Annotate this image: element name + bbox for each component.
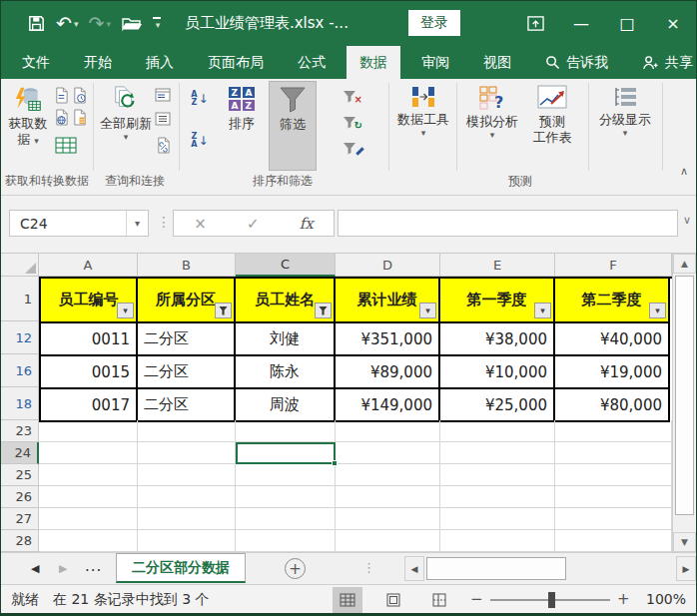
forecast-sheet-button[interactable]: 预测工作表 [524,81,580,171]
cell-c16[interactable]: 陈永 [236,356,336,389]
refresh-all-button[interactable]: 全部刷新 ▾ [99,81,153,171]
cell-d12[interactable]: ¥351,000 [336,323,440,356]
page-layout-view-button[interactable] [378,587,408,613]
ribbon-display-options-button[interactable] [512,1,558,46]
sheet-nav-left-button[interactable]: ◀ [31,562,39,575]
vertical-scroll-thumb[interactable] [675,276,694,515]
row-header-1[interactable]: 1 [1,277,39,321]
expand-formula-bar-button[interactable]: ∨ [683,214,691,227]
existing-connections-button[interactable] [69,107,89,127]
tab-page-layout[interactable]: 页面布局 [195,46,277,79]
tab-review[interactable]: 审阅 [408,46,462,79]
enter-formula-button[interactable]: ✓ [247,215,260,233]
customize-qat-button[interactable]: ▾ [153,17,161,30]
recent-sources-button[interactable] [69,85,89,105]
what-if-analysis-button[interactable]: ? 模拟分析 ▾ [462,81,522,171]
name-box-caret-icon[interactable]: ▾ [126,211,148,236]
cell-a18[interactable]: 0017 [41,389,138,422]
tab-view[interactable]: 视图 [470,46,524,79]
sort-ascending-button[interactable]: AZ↓ [187,87,213,111]
cell-c12[interactable]: 刘健 [236,323,336,356]
fill-handle[interactable] [332,460,338,466]
cell-d16[interactable]: ¥89,000 [336,356,440,389]
horizontal-scrollbar[interactable]: ◀ ▶ [404,556,696,581]
empty-cells-area[interactable] [39,420,672,552]
normal-view-button[interactable] [333,587,362,613]
cell-a16[interactable]: 0015 [41,356,138,389]
filter-dropdown-a[interactable]: ▾ [117,303,134,318]
column-header-e[interactable]: E [440,254,555,277]
collapse-ribbon-button[interactable]: ∧ [680,165,688,178]
cell-b16[interactable]: 二分区 [138,356,236,389]
horizontal-scroll-thumb[interactable] [426,557,566,580]
scroll-left-button[interactable]: ◀ [404,556,424,581]
sign-in-button[interactable]: 登录 [408,10,460,36]
from-table-button[interactable] [53,135,79,155]
row-header-18[interactable]: 18 [1,387,39,420]
sheet-nav-right-button[interactable]: ▶ [59,562,67,575]
cell-f18[interactable]: ¥80,000 [555,389,670,422]
new-sheet-button[interactable]: + [285,558,306,579]
data-tools-button[interactable]: 数据工具 ▾ [394,81,452,171]
cell-b18[interactable]: 二分区 [138,389,236,422]
cell-f16[interactable]: ¥19,000 [555,356,670,389]
cell-d18[interactable]: ¥149,000 [336,389,440,422]
cancel-formula-button[interactable]: × [194,215,207,233]
advanced-filter-button[interactable] [339,137,362,157]
undo-button[interactable]: ↶ ▾ [56,14,78,33]
minimize-button[interactable]: — [558,1,604,46]
tab-share[interactable]: 共享 [629,46,697,79]
formula-bar-splitter[interactable]: ⋮ [157,214,171,230]
filter-dropdown-b-active[interactable] [215,303,232,318]
cell-a12[interactable]: 0011 [41,323,138,356]
redo-button[interactable]: ↷ ▾ [88,14,110,33]
cell-c18[interactable]: 周波 [236,389,336,422]
row-header-16[interactable]: 16 [1,354,39,387]
header-cell-d1[interactable]: 累计业绩 ▾ [336,279,440,323]
header-cell-b1[interactable]: 所属分区 [138,279,236,323]
edit-links-button[interactable] [153,135,173,155]
zoom-in-button[interactable]: + [617,590,630,608]
cell-b12[interactable]: 二分区 [138,323,236,356]
tab-insert[interactable]: 插入 [133,46,187,79]
row-header-26[interactable]: 26 [1,486,39,508]
page-break-preview-button[interactable] [424,587,454,613]
zoom-level[interactable]: 100% [646,591,686,607]
sheet-tab-active[interactable]: 二分区部分数据 [116,553,246,583]
maximize-button[interactable]: □ [604,1,650,46]
column-header-b[interactable]: B [138,254,236,277]
column-header-c[interactable]: C [236,254,336,277]
reapply-filter-button[interactable]: ↻ [339,111,362,131]
tab-tell-me[interactable]: 告诉我 [532,46,621,79]
close-button[interactable]: × [650,1,696,46]
get-data-button[interactable]: 获取数据 ▾ [7,81,49,171]
show-queries-button[interactable] [153,109,173,129]
filter-dropdown-e[interactable]: ▾ [534,303,551,318]
outline-button[interactable]: 分级显示 ▾ [594,81,656,171]
row-header-25[interactable]: 25 [1,464,39,486]
filter-dropdown-c-active[interactable] [315,303,332,318]
from-text-button[interactable] [51,85,71,105]
open-button[interactable] [121,15,143,33]
tab-scroll-splitter[interactable]: ⋮ [362,560,375,575]
sheet-tabs-ellipsis[interactable]: ... [85,557,102,575]
header-cell-a1[interactable]: 员工编号 ▾ [41,279,138,323]
cell-f12[interactable]: ¥40,000 [555,323,670,356]
vertical-scrollbar[interactable]: ▲ ▼ [672,254,696,552]
zoom-slider-thumb[interactable] [548,592,555,608]
cell-e12[interactable]: ¥38,000 [440,323,555,356]
scroll-up-button[interactable]: ▲ [673,254,696,274]
column-header-f[interactable]: F [555,254,672,277]
connection-properties-button[interactable] [153,85,173,105]
tab-home[interactable]: 开始 [71,46,125,79]
row-header-27[interactable]: 27 [1,508,39,530]
header-cell-e1[interactable]: 第一季度 ▾ [440,279,555,323]
zoom-out-button[interactable]: − [470,590,483,608]
active-cell-c24[interactable] [236,442,336,464]
cell-e18[interactable]: ¥25,000 [440,389,555,422]
scroll-right-button[interactable]: ▶ [676,556,696,581]
clear-filter-button[interactable]: × [339,85,362,105]
row-header-23[interactable]: 23 [1,420,39,442]
row-header-28[interactable]: 28 [1,530,39,552]
column-header-d[interactable]: D [336,254,440,277]
